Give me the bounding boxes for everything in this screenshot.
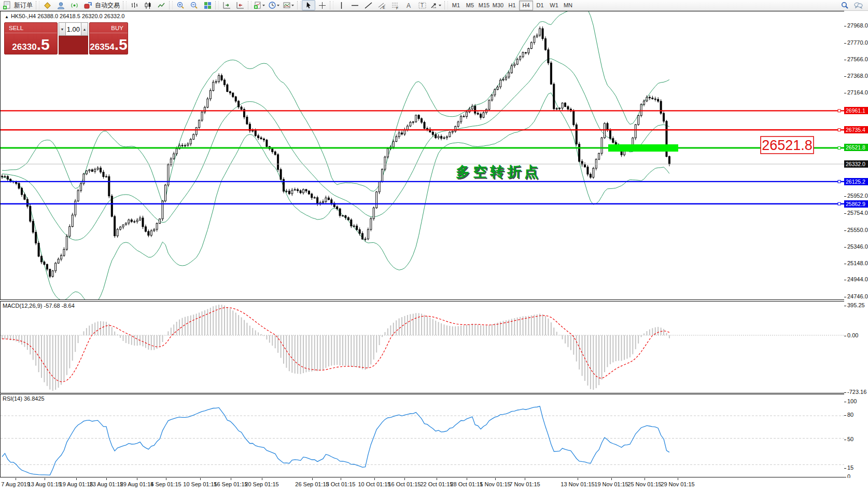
fibonacci-tool[interactable]: F xyxy=(388,0,402,10)
rsi-label: RSI(14) 36.8425 xyxy=(3,395,45,402)
candlestick-chart-button[interactable] xyxy=(141,0,155,10)
search-button[interactable] xyxy=(838,0,851,10)
time-axis-tick xyxy=(16,478,16,480)
price-axis-tick: 25346.0 xyxy=(844,243,868,250)
timeframe-h1[interactable]: H1 xyxy=(505,1,519,10)
fibonacci-icon: F xyxy=(391,1,400,10)
price-line-label: 25862.9 xyxy=(844,200,868,208)
price-axis-tick: 27368.0 xyxy=(844,72,868,79)
timeframe-m30[interactable]: M30 xyxy=(491,1,505,10)
bar-chart-button[interactable] xyxy=(128,0,141,10)
time-axis-label: 7 Aug 2019 xyxy=(1,481,30,487)
vertical-line-icon xyxy=(337,1,346,10)
time-axis-tick xyxy=(437,478,437,480)
buy-label: BUY xyxy=(90,23,128,33)
time-axis-tick xyxy=(645,478,645,480)
sell-button[interactable]: SELL 26330.5 xyxy=(4,22,58,54)
sell-price: 26330.5 xyxy=(5,39,57,52)
chat-icon xyxy=(853,1,863,10)
line-chart-button[interactable] xyxy=(155,0,168,10)
rsi-chart xyxy=(1,394,844,477)
symbol-ohlc-header: ▲HK50-,H4 26388.0 26418.5 26320.0 26332.… xyxy=(5,13,125,19)
trendline-tool[interactable] xyxy=(361,0,375,10)
crosshair-tool-button[interactable] xyxy=(315,0,329,10)
toolbar-separator xyxy=(169,1,173,9)
auto-scroll-button[interactable] xyxy=(220,0,233,10)
buy-button[interactable]: BUY 26354.5 xyxy=(89,22,128,54)
price-axis-tick: 27164.0 xyxy=(844,89,868,96)
volume-input[interactable]: 1.00 xyxy=(66,22,81,36)
zoom-out-button[interactable] xyxy=(187,0,201,10)
price-axis-tick: 27770.0 xyxy=(844,39,868,46)
horizontal-line-tool[interactable] xyxy=(348,0,361,10)
time-axis[interactable]: 7 Aug 201913 Aug 01:1519 Aug 01:1523 Aug… xyxy=(0,478,868,492)
price-axis[interactable]: 27968.027770.027566.027368.027164.025952… xyxy=(844,11,868,477)
zoom-in-button[interactable] xyxy=(174,0,187,10)
autotrading-label[interactable]: 自动交易 xyxy=(95,1,120,10)
time-axis-tick xyxy=(45,478,45,480)
periods-button[interactable] xyxy=(267,0,282,10)
channel-icon: E xyxy=(377,1,386,10)
timeframe-w1[interactable]: W1 xyxy=(547,1,561,10)
time-axis-tick xyxy=(262,478,262,480)
timeframe-d1[interactable]: D1 xyxy=(533,1,547,10)
timeframe-mn[interactable]: MN xyxy=(561,1,575,10)
macd-pane[interactable]: MACD(12,26,9) -57.68 -8.64 xyxy=(0,301,845,393)
rsi-pane[interactable]: RSI(14) 36.8425 xyxy=(0,394,845,477)
time-axis-label: 16 Sep 01:15 xyxy=(214,481,247,487)
time-axis-label: 29 Nov 01:15 xyxy=(661,481,694,487)
shapes-tool[interactable] xyxy=(429,0,443,10)
autotrading-icon xyxy=(83,1,92,10)
search-icon xyxy=(841,1,849,10)
rsi-axis-tick: 80 xyxy=(844,411,853,418)
toolbar-separator xyxy=(444,1,448,9)
indicators-button[interactable] xyxy=(253,0,267,10)
timeframe-h4[interactable]: H4 xyxy=(519,1,533,10)
time-axis-tick xyxy=(525,478,525,480)
time-axis-tick xyxy=(200,478,201,480)
autotrading-button[interactable] xyxy=(81,0,94,10)
vertical-line-tool[interactable] xyxy=(334,0,348,10)
time-axis-tick xyxy=(231,478,231,480)
time-axis-label: 19 Nov 01:15 xyxy=(594,481,628,487)
signals-button[interactable] xyxy=(67,0,81,10)
text-label-tool[interactable]: T xyxy=(415,0,429,10)
gold-badge-icon xyxy=(43,1,52,10)
chat-button[interactable] xyxy=(851,0,865,10)
price-tag-text: 26521.8 xyxy=(762,138,813,153)
time-axis-label: 25 Nov 01:15 xyxy=(627,481,661,487)
price-chart-pane[interactable]: ▲HK50-,H4 26388.0 26418.5 26320.0 26332.… xyxy=(0,11,845,300)
time-axis-label: 16 Oct 01:15 xyxy=(388,481,421,487)
volume-increase-button[interactable]: ▲ xyxy=(81,22,88,36)
sell-label: SELL xyxy=(5,23,57,33)
macd-axis-tick: 0.00 xyxy=(844,332,858,339)
timeframe-m5[interactable]: M5 xyxy=(463,1,477,10)
indicators-icon xyxy=(254,1,266,10)
time-axis-tick xyxy=(611,478,612,480)
new-order-label[interactable]: 新订单 xyxy=(14,1,33,10)
gold-badge-button[interactable] xyxy=(40,0,54,10)
cursor-tool-button[interactable] xyxy=(302,0,315,10)
symbol-ohlc-text: HK50-,H4 26388.0 26418.5 26320.0 26332.0 xyxy=(11,13,125,19)
text-tool[interactable]: A xyxy=(402,0,415,10)
tile-windows-button[interactable] xyxy=(201,0,214,10)
templates-button[interactable] xyxy=(282,0,296,10)
time-axis-label: 22 Oct 01:15 xyxy=(421,481,453,487)
rsi-axis-tick: 100 xyxy=(844,398,857,405)
candlestick-chart-icon xyxy=(144,1,152,10)
chart-shift-button[interactable] xyxy=(233,0,247,10)
macd-chart xyxy=(1,302,844,393)
price-axis-tick: 27566.0 xyxy=(844,56,868,63)
tile-windows-icon xyxy=(203,1,212,10)
price-line-label: 26521.8 xyxy=(844,144,868,151)
panel-collapse-icon[interactable]: ▲ xyxy=(5,15,9,19)
candlestick-chart[interactable]: 多空转折点多空转折点26521.8 xyxy=(1,11,844,299)
volume-decrease-button[interactable]: ▼ xyxy=(59,22,66,36)
equidistant-channel-tool[interactable]: E xyxy=(375,0,388,10)
profile-button[interactable] xyxy=(54,0,67,10)
timeframe-m1[interactable]: M1 xyxy=(449,1,463,10)
templates-icon xyxy=(283,1,295,10)
new-order-button[interactable] xyxy=(0,0,13,10)
timeframe-m15[interactable]: M15 xyxy=(477,1,491,10)
price-axis-tick: 25754.0 xyxy=(844,209,868,216)
